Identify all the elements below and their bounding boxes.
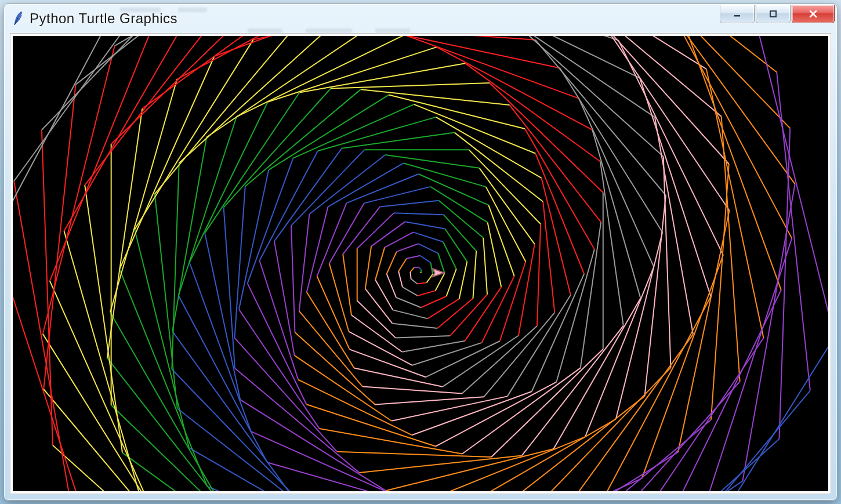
turtle-canvas-area [13,36,828,491]
svg-rect-1 [770,11,776,17]
title-bar[interactable]: Python Turtle Graphics [4,4,837,33]
feather-icon [12,10,24,27]
client-area [10,33,831,494]
caption-button-group [719,5,835,24]
turtle-canvas [13,36,828,491]
close-button[interactable] [792,5,835,23]
minimize-button[interactable] [720,5,755,23]
application-window: Python Turtle Graphics [3,3,838,501]
window-title: Python Turtle Graphics [30,10,177,27]
maximize-button[interactable] [756,5,791,23]
svg-rect-0 [734,15,740,17]
